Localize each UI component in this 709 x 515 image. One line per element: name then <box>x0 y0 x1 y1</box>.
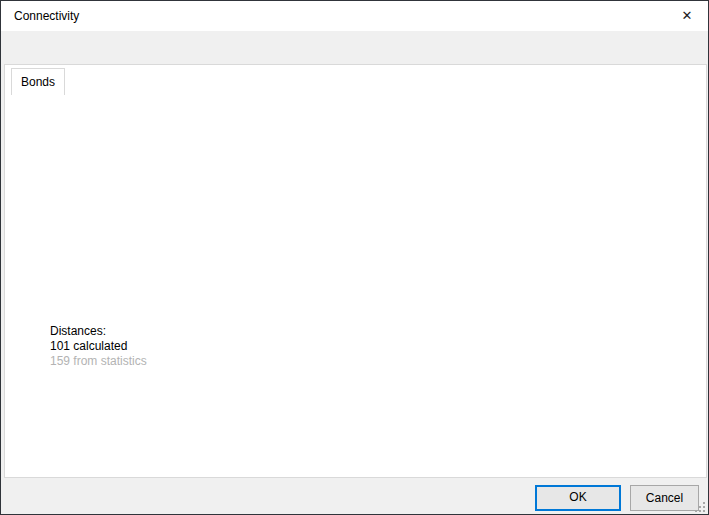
close-icon[interactable]: ✕ <box>666 1 708 31</box>
title-bar: Connectivity ✕ <box>1 1 708 31</box>
annotation-title: Distances: <box>50 324 147 339</box>
distances-annotation: Distances: 101 calculated 159 from stati… <box>50 324 147 369</box>
bonds-tab-page <box>4 64 707 478</box>
annotation-calculated: 101 calculated <box>50 339 147 354</box>
resize-grip-icon[interactable] <box>695 502 705 512</box>
ok-button[interactable]: OK <box>535 485 621 511</box>
tab-strip: Bonds H-Bonds Contacts <box>1 31 708 64</box>
window-title: Connectivity <box>14 9 79 23</box>
connectivity-dialog: Connectivity ✕ Bonds H-Bonds Contacts Se… <box>0 0 709 515</box>
footer-bar: OK Cancel <box>1 478 708 515</box>
cancel-button[interactable]: Cancel <box>630 485 699 511</box>
tab-bonds[interactable]: Bonds <box>11 68 65 95</box>
annotation-statistics: 159 from statistics <box>50 354 147 369</box>
